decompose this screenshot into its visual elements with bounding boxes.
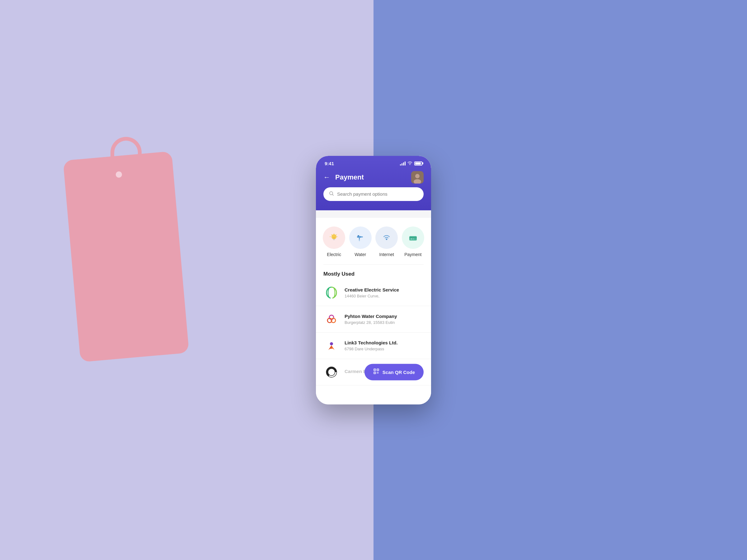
status-bar: 9:41 [316, 156, 431, 169]
scan-qr-overlay: Scan QR Code [364, 364, 423, 380]
svg-rect-15 [413, 239, 414, 239]
svg-rect-30 [378, 369, 378, 370]
battery-icon [414, 161, 422, 165]
qr-code-icon [373, 368, 380, 376]
search-container [316, 187, 431, 201]
search-icon [329, 191, 334, 197]
svg-rect-13 [409, 237, 417, 238]
svg-rect-6 [360, 236, 363, 237]
category-water[interactable]: Water [349, 226, 371, 257]
company-info-link3: Link3 Technologies Ltd. 6798 Dare Underp… [344, 340, 423, 351]
scan-qr-label: Scan QR Code [383, 369, 415, 375]
company-item-pyhton-water[interactable]: Pyhton Water Company Burgerplatz 28, 155… [316, 306, 431, 332]
svg-rect-29 [375, 369, 375, 370]
payment-icon [408, 232, 418, 243]
signal-icon [400, 161, 406, 165]
company-item-carmen[interactable]: Carmen Beltran [316, 359, 431, 385]
svg-rect-33 [378, 372, 379, 372]
search-input[interactable] [337, 191, 418, 196]
wifi-icon [407, 161, 412, 166]
scan-qr-button[interactable]: Scan QR Code [364, 364, 423, 380]
background-decoration [72, 156, 181, 358]
electric-label: Electric [327, 252, 341, 257]
phone-frame: 9:41 [316, 156, 431, 404]
company-item-creative-electric[interactable]: Creative Electric Service 14460 Beier Cu… [316, 280, 431, 306]
svg-point-1 [415, 174, 419, 178]
page-title: Payment [335, 173, 411, 181]
svg-point-4 [332, 234, 336, 239]
water-icon-wrap [349, 226, 371, 249]
company-name-electric: Creative Electric Service [344, 287, 423, 292]
company-info-electric: Creative Electric Service 14460 Beier Cu… [344, 287, 423, 298]
company-item-link3[interactable]: Link3 Technologies Ltd. 6798 Dare Underp… [316, 332, 431, 359]
categories-row: Electric Water [316, 218, 431, 260]
payment-icon-wrap [402, 226, 424, 249]
payment-label: Payment [404, 252, 421, 257]
section-title: Mostly Used [316, 265, 431, 280]
back-button[interactable]: ← [324, 173, 330, 181]
svg-rect-34 [377, 373, 378, 373]
category-electric[interactable]: Electric [323, 226, 345, 257]
svg-rect-7 [359, 238, 360, 240]
svg-point-22 [330, 342, 333, 345]
svg-rect-32 [377, 372, 378, 372]
company-address-electric: 14460 Beier Curve, [344, 294, 423, 298]
svg-rect-31 [375, 372, 375, 373]
svg-rect-10 [358, 235, 359, 236]
nav-bar: ← Payment [316, 169, 431, 187]
water-label: Water [355, 252, 366, 257]
status-icons [400, 161, 422, 166]
company-name-link3: Link3 Technologies Ltd. [344, 340, 423, 345]
category-internet[interactable]: Internet [376, 226, 398, 257]
status-time: 9:41 [325, 161, 334, 166]
company-address-link3: 6798 Dare Underpass [344, 347, 423, 351]
company-list: Creative Electric Service 14460 Beier Cu… [316, 280, 431, 385]
search-bar [324, 187, 423, 201]
company-logo-carmen [324, 364, 340, 380]
svg-point-23 [324, 364, 340, 380]
company-address-water: Burgerplatz 28, 15583 Eutin [344, 320, 423, 325]
phone-body: Electric Water [316, 218, 431, 404]
svg-point-9 [359, 240, 360, 241]
avatar[interactable] [411, 171, 423, 184]
avatar-image [411, 171, 423, 184]
internet-label: Internet [380, 252, 394, 257]
electric-icon [329, 232, 339, 243]
electric-icon-wrap [323, 226, 345, 249]
company-logo-electric [324, 285, 340, 301]
company-info-water: Pyhton Water Company Burgerplatz 28, 155… [344, 314, 423, 325]
company-logo-water [324, 311, 340, 327]
svg-point-11 [386, 238, 387, 240]
company-logo-link3 [324, 338, 340, 354]
company-name-water: Pyhton Water Company [344, 314, 423, 319]
internet-icon [381, 232, 392, 243]
svg-rect-35 [378, 373, 379, 373]
svg-rect-14 [411, 239, 412, 239]
phone-header: 9:41 [316, 156, 431, 210]
internet-icon-wrap [376, 226, 398, 249]
category-payment[interactable]: Payment [402, 226, 424, 257]
water-icon [355, 232, 366, 243]
